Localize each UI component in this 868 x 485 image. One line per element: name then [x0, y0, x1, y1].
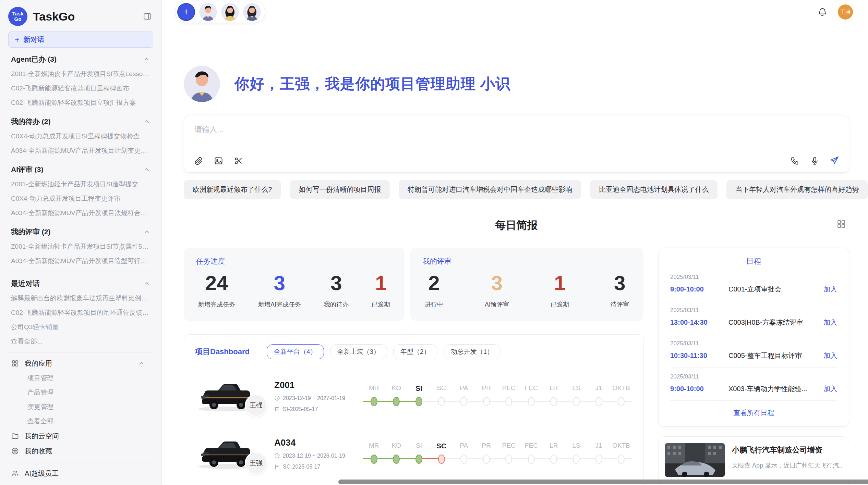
recent-chat-item[interactable]: 解释最新出台的欧盟报废车法规再生塑料比例被调至15%...	[8, 291, 153, 306]
suggestion-chip[interactable]: 特朗普可能对进口汽车增税会对中国车企造成哪些影响	[399, 180, 581, 199]
app-shortcut-item[interactable]: 产品管理	[8, 385, 153, 400]
chevron-up-icon[interactable]	[143, 166, 150, 173]
attachment-icon[interactable]	[193, 155, 204, 166]
chevron-up-icon[interactable]	[137, 360, 145, 367]
sidebar-task-item[interactable]: Z001-全新燃油皮卡产品开发项目SI节点Lesson Learn报告	[8, 67, 153, 81]
user-avatar[interactable]: 王强	[838, 4, 853, 20]
new-chat-button[interactable]: + 新对话	[8, 32, 153, 48]
sidebar-collapse-icon[interactable]	[142, 11, 153, 22]
stat-label: 已逾期	[372, 300, 390, 309]
milestone-dot[interactable]	[483, 397, 490, 406]
milestone-dot[interactable]	[415, 397, 422, 406]
milestone-dot[interactable]	[618, 397, 625, 406]
milestone-dot[interactable]	[550, 397, 557, 406]
milestone-dot[interactable]	[595, 397, 602, 406]
milestone-dot[interactable]	[528, 397, 535, 406]
sidebar-tool-people[interactable]: AI超级员工	[8, 466, 153, 481]
chevron-up-icon[interactable]	[143, 228, 150, 236]
chevron-up-icon[interactable]	[143, 280, 150, 287]
chevron-up-icon[interactable]	[143, 118, 150, 125]
milestone-dot[interactable]	[595, 455, 602, 464]
recent-chat-item[interactable]: 查看全部...	[8, 334, 153, 349]
sidebar-item-star[interactable]: 我的收藏	[8, 444, 153, 459]
sidebar-task-item[interactable]: A034-全新新能源MUV产品开发项目法规符合性评审	[8, 206, 153, 220]
milestone-dot[interactable]	[371, 455, 377, 464]
suggestion-chip[interactable]: 如何写一份清晰的项目周报	[290, 180, 390, 199]
sidebar-task-item[interactable]: C02-飞腾新能源轻客改款项目里程碑画布	[8, 81, 153, 96]
sidebar-task-item[interactable]: A034-全新新能源MUV产品开发项目造型可行性评审	[8, 254, 153, 268]
agent-avatar-3[interactable]	[243, 3, 261, 21]
view-all-schedule-link[interactable]: 查看所有日程	[670, 401, 837, 420]
microphone-icon[interactable]	[809, 155, 820, 166]
sidebar-section-header[interactable]: 我的评审 (2)	[11, 226, 150, 238]
layout-grid-icon[interactable]	[836, 219, 846, 229]
sidebar-section-title: Agent已办 (3)	[11, 54, 57, 64]
suggestion-chip[interactable]: 欧洲新规最近颁布了什么?	[184, 180, 281, 199]
sidebar-task-item[interactable]: A034-全新新能源MUV产品开发项目计划变更表编写	[8, 144, 153, 158]
app-shortcut-item[interactable]: 项目管理	[8, 371, 153, 385]
sidebar-section-header[interactable]: 最近对话	[11, 277, 150, 290]
sidebar-task-item[interactable]: C0X4-动力总成开发项目SI里程碑提交物检查	[8, 129, 153, 144]
suggestion-chip[interactable]: 当下年轻人对汽车外观有怎样的喜好趋势	[726, 180, 868, 199]
milestone-dot[interactable]	[505, 455, 512, 464]
sidebar-nav: Agent已办 (3) Z001-全新燃油皮卡产品开发项目SI节点Lesson …	[8, 53, 153, 485]
milestone-dot[interactable]	[460, 455, 467, 464]
send-icon[interactable]	[829, 155, 840, 166]
sidebar-task-item[interactable]: C02-飞腾新能源轻客改款项目立项汇报方案	[8, 96, 153, 110]
event-join-link[interactable]: 加入	[823, 285, 837, 294]
event-join-link[interactable]: 加入	[823, 318, 837, 327]
dashboard-header: 项目Dashboard 全新平台（4）全新上装（3）年型（2）动总开发（1）	[195, 344, 632, 359]
dashboard-tab[interactable]: 年型（2）	[393, 344, 437, 359]
agent-avatar-1[interactable]	[199, 3, 217, 21]
project-flag: SI-2025-05-17	[274, 406, 361, 412]
recent-chat-item[interactable]: C02-飞腾新能源轻客改款项目的闭环通告反馈情况	[8, 306, 153, 320]
sidebar-task-item[interactable]: C0X4-动力总成开发项目工程变更评审	[8, 191, 153, 206]
milestone-dot[interactable]	[438, 455, 445, 464]
milestone-dot[interactable]	[505, 397, 512, 406]
milestone-dot[interactable]	[371, 397, 377, 406]
app-shortcut-item[interactable]: 变更管理	[8, 400, 153, 414]
phone-icon[interactable]	[789, 155, 800, 166]
event-join-link[interactable]: 加入	[823, 351, 837, 360]
agent-avatar-2[interactable]	[221, 3, 239, 21]
milestone-dot[interactable]	[415, 455, 422, 464]
app-shortcut-item[interactable]: 查看全部...	[8, 414, 153, 428]
news-card[interactable]: 小鹏飞行汽车制造公司增资 天眼查 App 显示，近日广州汇天飞行汽...	[658, 436, 849, 485]
add-agent-button[interactable]: +	[177, 3, 195, 21]
horizontal-scrollbar[interactable]	[338, 480, 868, 484]
chevron-up-icon[interactable]	[143, 55, 150, 63]
recent-chat-item[interactable]: 公司Q3轻卡销量	[8, 320, 153, 334]
project-row[interactable]: 王强 A034 2023-12-19 ~ 2026-01-19 SC-2025-…	[195, 433, 632, 474]
sidebar-section-header[interactable]: 我的待办 (2)	[11, 115, 150, 128]
dashboard-tab[interactable]: 全新平台（4）	[267, 344, 324, 359]
sidebar-section-header[interactable]: Agent已办 (3)	[11, 53, 150, 65]
milestone-dot[interactable]	[393, 455, 400, 464]
dashboard-tab[interactable]: 全新上装（3）	[330, 344, 387, 359]
milestone-dot[interactable]	[550, 455, 557, 464]
project-code: Z001	[274, 380, 361, 390]
scissors-icon[interactable]	[233, 155, 244, 166]
image-icon[interactable]	[213, 155, 224, 166]
chat-input[interactable]	[184, 115, 849, 148]
notification-bell-icon[interactable]	[817, 6, 828, 18]
milestone-dot[interactable]	[618, 455, 625, 464]
briefing-header: 每日简报	[184, 218, 849, 231]
milestone-dot[interactable]	[393, 397, 400, 406]
sidebar-item-folder[interactable]: 我的云空间	[8, 428, 153, 444]
milestone-dot[interactable]	[573, 455, 580, 464]
milestone-dot[interactable]	[438, 397, 445, 406]
project-row[interactable]: 王强 Z001 2023-12-19 ~ 2027-01-19 SI-2025-…	[195, 375, 632, 417]
sidebar-header: Task Go TaskGo	[8, 6, 153, 27]
suggestion-chip[interactable]: 比亚迪全固态电池计划具体说了什么	[590, 180, 718, 199]
sidebar-tool-write[interactable]: 帮我写作	[8, 481, 153, 485]
milestone-dot[interactable]	[573, 397, 580, 406]
milestone-dot[interactable]	[483, 455, 490, 464]
milestone-dot[interactable]	[528, 455, 535, 464]
sidebar-section-header[interactable]: AI评审 (3)	[11, 163, 150, 176]
milestone-dot[interactable]	[460, 397, 467, 406]
sidebar-task-item[interactable]: Z001-全新燃油轻卡产品开发项目SI节点属性5D文件评审	[8, 239, 153, 254]
sidebar-task-item[interactable]: Z001-全新燃油轻卡产品开发项目SI造型提交物评审	[8, 177, 153, 191]
dashboard-tab[interactable]: 动总开发（1）	[444, 344, 501, 359]
sidebar-item-my-apps[interactable]: 我的应用	[8, 356, 153, 371]
event-join-link[interactable]: 加入	[823, 384, 837, 394]
